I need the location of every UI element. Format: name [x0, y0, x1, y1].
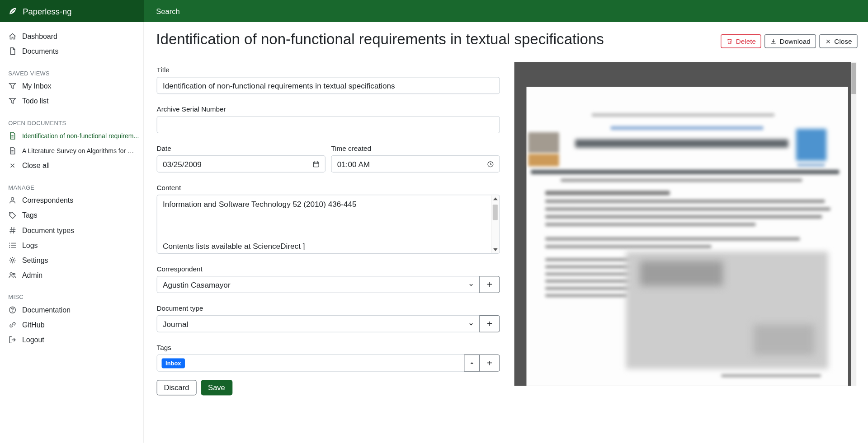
trash-icon — [726, 38, 733, 45]
preview-scrollbar-thumb[interactable] — [851, 63, 856, 94]
sidebar-item-label: Document types — [22, 226, 74, 234]
tags-label: Tags — [157, 344, 500, 352]
sidebar-item-github[interactable]: GitHub — [0, 317, 143, 332]
blur-blob — [722, 374, 821, 377]
blur-blob — [545, 223, 755, 226]
sidebar-item-settings[interactable]: Settings — [0, 253, 143, 268]
sidebar-item-dashboard[interactable]: Dashboard — [0, 29, 143, 44]
filter-icon — [8, 82, 16, 90]
title-field-group: Title — [157, 66, 500, 94]
correspondent-value: Agustin Casamayor — [163, 280, 231, 289]
file-text-icon — [8, 146, 16, 154]
tags-input[interactable]: Inbox — [157, 354, 465, 372]
tag-icon — [8, 211, 16, 219]
discard-button[interactable]: Discard — [157, 380, 197, 395]
section-title-misc: MISC — [0, 291, 143, 302]
tag-badge-inbox: Inbox — [162, 358, 185, 368]
sidebar: Dashboard Documents SAVED VIEWS My Inbox… — [0, 22, 144, 443]
blur-blob — [531, 170, 839, 174]
sidebar-item-documents[interactable]: Documents — [0, 44, 143, 59]
close-button[interactable]: Close — [819, 34, 857, 48]
blur-blob — [545, 215, 822, 218]
sidebar-item-todo-list[interactable]: Todo list — [0, 93, 143, 108]
date-input[interactable]: 03/25/2009 — [157, 155, 326, 173]
add-document-type-button[interactable]: + — [479, 315, 500, 332]
chevron-down-icon — [468, 281, 475, 288]
sidebar-item-label: Documentation — [22, 306, 71, 314]
document-preview[interactable] — [514, 62, 851, 386]
blur-blob — [611, 126, 764, 130]
document-actions: Delete Download Close — [721, 34, 858, 48]
blur-blob — [545, 191, 670, 195]
content-text-line: Contents lists available at ScienceDirec… — [163, 242, 305, 251]
scroll-up-arrow-icon[interactable] — [493, 197, 498, 200]
sidebar-item-documentation[interactable]: Documentation — [0, 303, 143, 317]
asn-field-group: Archive Serial Number — [157, 106, 500, 133]
search-input[interactable] — [156, 7, 422, 15]
blur-blob — [545, 266, 639, 268]
tags-dropdown-toggle[interactable] — [464, 354, 480, 372]
time-value: 01:00 AM — [337, 159, 370, 168]
content-scrollbar[interactable] — [491, 195, 499, 253]
sidebar-item-tags[interactable]: Tags — [0, 208, 143, 223]
content-label: Content — [157, 184, 500, 192]
save-button[interactable]: Save — [201, 380, 232, 395]
preview-scrollbar[interactable] — [851, 62, 856, 386]
blur-blob — [561, 179, 802, 182]
brand[interactable]: Paperless-ng — [0, 0, 144, 22]
time-input[interactable]: 01:00 AM — [331, 155, 500, 173]
add-correspondent-button[interactable]: + — [479, 276, 500, 293]
content-textarea[interactable]: Information and Software Technology 52 (… — [157, 195, 500, 254]
sidebar-item-label: Tags — [22, 211, 38, 219]
title-input[interactable] — [157, 77, 500, 94]
sidebar-item-logout[interactable]: Logout — [0, 332, 143, 347]
pdf-page — [526, 87, 848, 386]
date-field-group: Date 03/25/2009 — [157, 145, 326, 173]
calendar-icon[interactable] — [312, 160, 320, 168]
document-type-value: Journal — [163, 319, 188, 328]
add-tag-button[interactable]: + — [479, 354, 500, 372]
sidebar-item-label: Correspondents — [22, 196, 73, 205]
download-button[interactable]: Download — [765, 34, 816, 48]
sidebar-item-my-inbox[interactable]: My Inbox — [0, 79, 143, 93]
hash-icon — [8, 226, 16, 234]
section-title-saved-views: SAVED VIEWS — [0, 67, 143, 78]
sidebar-item-label: My Inbox — [22, 82, 52, 90]
sidebar-item-correspondents[interactable]: Correspondents — [0, 193, 143, 208]
close-button-label: Close — [834, 37, 852, 45]
time-field-group: Time created 01:00 AM — [331, 145, 500, 173]
date-label: Date — [157, 145, 326, 153]
sidebar-item-close-all[interactable]: Close all — [0, 158, 143, 173]
sidebar-open-document-2[interactable]: A Literature Survey on Algorithms for Mu… — [0, 143, 143, 158]
download-button-label: Download — [780, 37, 811, 45]
sidebar-item-admin[interactable]: Admin — [0, 268, 143, 283]
correspondent-select[interactable]: Agustin Casamayor — [157, 276, 480, 293]
blur-blob — [545, 280, 637, 283]
content-field-group: Content Information and Software Technol… — [157, 184, 500, 254]
sidebar-item-label: GitHub — [22, 321, 45, 329]
open-document-label: Identification of non-functional require… — [22, 132, 139, 139]
document-type-label: Document type — [157, 305, 500, 312]
content-scrollbar-thumb[interactable] — [493, 205, 498, 220]
sidebar-item-document-types[interactable]: Document types — [0, 223, 143, 238]
clock-icon[interactable] — [486, 160, 494, 168]
delete-button[interactable]: Delete — [721, 34, 762, 48]
scroll-down-arrow-icon[interactable] — [493, 248, 498, 251]
app-viewport: Paperless-ng Dashboard Documents SAVED V… — [0, 0, 868, 443]
content-text-line: Information and Software Technology 52 (… — [163, 200, 485, 209]
close-icon — [825, 38, 832, 45]
document-type-field-group: Document type Journal + — [157, 305, 500, 332]
blur-blob — [640, 261, 723, 286]
question-circle-icon — [8, 306, 16, 314]
sidebar-item-logs[interactable]: Logs — [0, 238, 143, 253]
document-type-select[interactable]: Journal — [157, 315, 480, 332]
logout-icon — [8, 336, 16, 344]
document-edit-form: Title Archive Serial Number Date 03/25/2… — [157, 66, 500, 396]
asn-label: Archive Serial Number — [157, 106, 500, 113]
sidebar-item-label: Logout — [22, 336, 44, 344]
sidebar-item-label: Admin — [22, 271, 42, 279]
sidebar-open-document-1[interactable]: Identification of non-functional require… — [0, 128, 143, 143]
search-bar — [144, 0, 868, 22]
page-title: Identification of non-functional require… — [156, 30, 718, 49]
asn-input[interactable] — [157, 116, 500, 133]
